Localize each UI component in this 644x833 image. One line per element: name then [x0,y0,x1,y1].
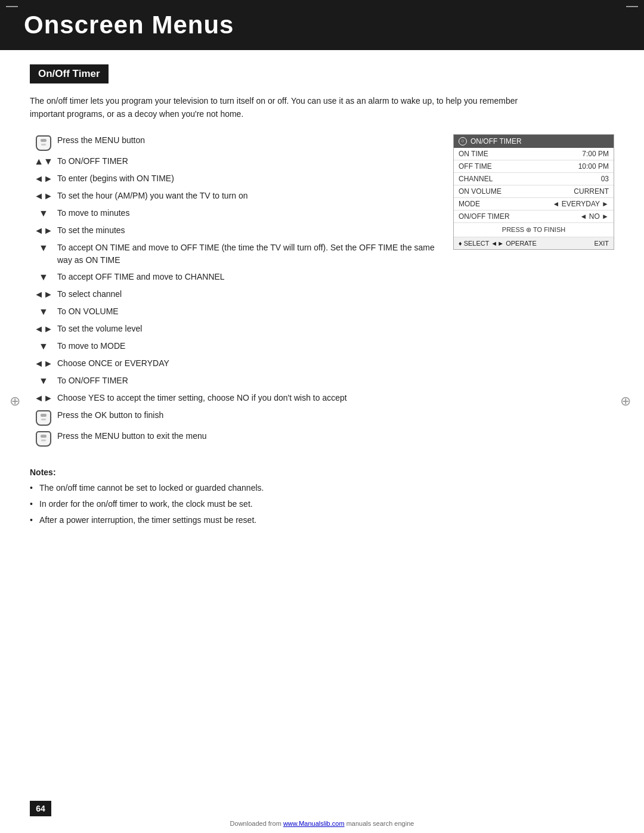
instruction-text: To set the minutes [57,224,435,237]
instruction-row: ▲▼To ON/OFF TIMER [30,155,435,168]
footer-suffix: manuals search engine [346,820,414,827]
note-item: The on/off time cannot be set to locked … [30,482,614,494]
menu-exit-label: EXIT [595,240,609,247]
left-right-arrow-icon: ◄► [30,288,57,300]
instruction-row: ▼To ON/OFF TIMER [30,374,435,388]
page-title: Onscreen Menus [24,11,620,39]
menu-row-value: ◄ NO ► [580,212,609,221]
footer-text: Downloaded from [230,820,281,827]
menu-row-value: CURRENT [574,187,609,196]
left-right-arrow-icon: ◄► [30,392,57,404]
menu-row-label: ON/OFF TIMER [459,212,510,221]
instruction-row: ◄►Choose YES to accept the timer setting… [30,392,435,405]
instruction-text: To ON/OFF TIMER [57,155,435,168]
menu-row: ON/OFF TIMER◄ NO ► [454,210,614,223]
instruction-text: Press the MENU button to exit the menu [57,430,435,442]
left-right-arrow-icon: ◄► [30,323,57,335]
menu-panel: ○ ON/OFF TIMER ON TIME7:00 PMOFF TIME10:… [453,134,614,250]
instruction-row: ▼To move to MODE [30,340,435,353]
crosshair-left [10,394,24,408]
left-right-arrow-icon: ◄► [30,172,57,184]
instruction-text: To accept ON TIME and move to OFF TIME (… [57,241,435,267]
down-arrow-icon: ▼ [30,374,57,386]
main-content: On/Off Timer The on/off timer lets you p… [0,64,644,527]
remote-icon [30,134,57,151]
left-right-arrow-icon: ◄► [30,190,57,202]
instruction-text: To accept OFF TIME and move to CHANNEL [57,271,435,283]
menu-row-label: ON TIME [459,150,488,158]
instruction-text: Press the OK button to finish [57,409,435,422]
instruction-text: To set the volume level [57,323,435,335]
instruction-row: ▼To accept ON TIME and move to OFF TIME … [30,241,435,267]
menu-row-label: MODE [459,200,480,208]
instruction-row: ◄►To set the hour (AM/PM) you want the T… [30,190,435,203]
menu-panel-title: ON/OFF TIMER [470,137,522,145]
instruction-row: ◄►To set the minutes [30,224,435,237]
instruction-row: ▼To move to minutes [30,207,435,220]
instruction-row: ◄►To set the volume level [30,323,435,336]
instruction-text: To set the hour (AM/PM) you want the TV … [57,190,435,202]
menu-row: MODE◄ EVERYDAY ► [454,198,614,210]
down-arrow-icon: ▼ [30,305,57,317]
menu-row: CHANNEL03 [454,173,614,185]
instruction-row: ◄►Choose ONCE or EVERYDAY [30,357,435,370]
menu-select-label: ♦ SELECT ◄► OPERATE [459,240,537,247]
intro-paragraph: The on/off timer lets you program your t… [30,94,543,121]
down-arrow-icon: ▼ [30,271,57,283]
clock-icon: ○ [459,137,467,145]
remote-icon [30,409,57,426]
notes-section: Notes: The on/off time cannot be set to … [30,467,614,527]
corner-decoration-tl [6,6,18,7]
instruction-text: To move to MODE [57,340,435,352]
notes-list: The on/off time cannot be set to locked … [30,482,614,527]
menu-row-value: 10:00 PM [578,162,609,171]
down-arrow-icon: ▼ [30,241,57,253]
instruction-row: ◄►To enter (begins with ON TIME) [30,172,435,185]
left-right-arrow-icon: ◄► [30,224,57,236]
instruction-text: To ON/OFF TIMER [57,374,435,387]
down-arrow-icon: ▼ [30,340,57,352]
notes-title: Notes: [30,467,614,477]
instruction-text: Press the MENU button [57,134,435,147]
instruction-row: Press the MENU button [30,134,435,151]
instructions-list: Press the MENU button▲▼To ON/OFF TIMER◄►… [30,134,435,451]
instruction-text: To ON VOLUME [57,305,435,318]
down-arrow-icon: ▼ [30,207,57,219]
menu-press-row: PRESS ⊛ TO FINISH [454,223,614,237]
section-title: On/Off Timer [30,64,109,83]
instruction-row: ▼To ON VOLUME [30,305,435,318]
corner-decoration-tr [626,6,638,7]
note-item: After a power interruption, the timer se… [30,514,614,527]
menu-rows: ON TIME7:00 PMOFF TIME10:00 PMCHANNEL03O… [454,148,614,223]
menu-row: OFF TIME10:00 PM [454,160,614,173]
page-footer: Downloaded from www.Manualslib.com manua… [0,820,644,827]
left-right-arrow-icon: ◄► [30,357,57,369]
remote-icon [30,430,57,447]
page-header: Onscreen Menus [0,0,644,50]
instruction-row: ◄►To select channel [30,288,435,301]
instruction-row: ▼To accept OFF TIME and move to CHANNEL [30,271,435,284]
instruction-row: Press the MENU button to exit the menu [30,430,435,447]
menu-row: ON TIME7:00 PM [454,148,614,160]
instruction-text: To enter (begins with ON TIME) [57,172,435,185]
instruction-text: Choose ONCE or EVERYDAY [57,357,435,370]
instruction-text: To move to minutes [57,207,435,219]
menu-bottom-row: ♦ SELECT ◄► OPERATE EXIT [454,237,614,249]
menu-row: ON VOLUMECURRENT [454,185,614,198]
page-number: 64 [30,801,51,816]
body-area: Press the MENU button▲▼To ON/OFF TIMER◄►… [30,134,614,451]
up-down-arrow-icon: ▲▼ [30,155,57,167]
instruction-row: Press the OK button to finish [30,409,435,426]
menu-row-label: CHANNEL [459,175,493,183]
instruction-text: To select channel [57,288,435,301]
note-item: In order for the on/off timer to work, t… [30,498,614,510]
menu-row-value: 03 [601,175,609,183]
crosshair-right [620,394,634,408]
menu-row-label: ON VOLUME [459,187,501,196]
footer-link[interactable]: www.Manualslib.com [283,820,345,827]
instruction-text: Choose YES to accept the timer setting, … [57,392,435,404]
menu-row-label: OFF TIME [459,162,492,171]
menu-row-value: ◄ EVERYDAY ► [553,200,609,208]
menu-panel-header: ○ ON/OFF TIMER [454,135,614,148]
menu-row-value: 7:00 PM [582,150,609,158]
